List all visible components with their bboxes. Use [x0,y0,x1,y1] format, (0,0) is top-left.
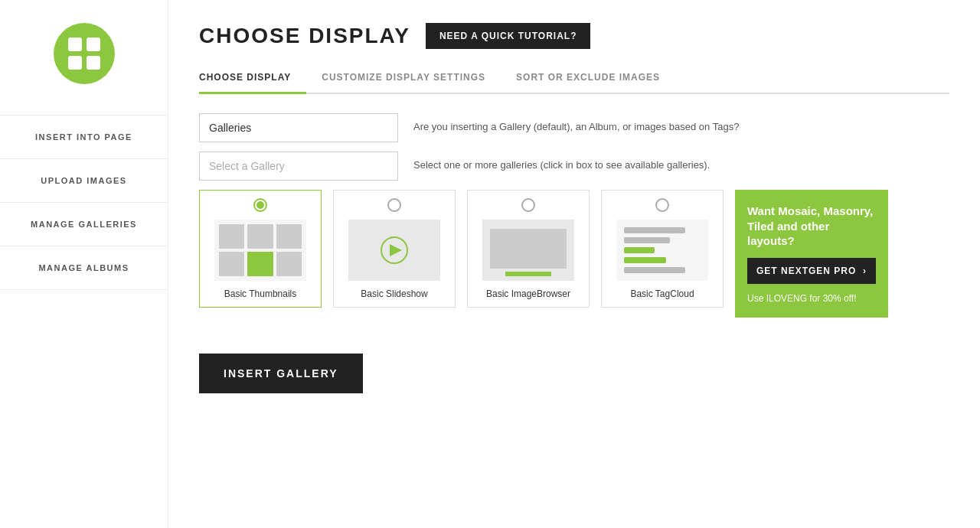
page-title: CHOOSE DISPLAY [199,24,410,48]
thumb-cell [247,224,273,249]
tabs: CHOOSE DISPLAY CUSTOMIZE DISPLAY SETTING… [199,64,949,94]
tag-line-accent2 [624,257,666,263]
option-basic-slideshow[interactable]: Basic Slideshow [333,190,456,308]
ib-main [490,229,567,269]
logo-cell [68,37,82,51]
logo-cell [68,56,82,70]
thumbnails-preview [214,220,306,281]
gallery-row: Select one or more galleries (click in b… [199,152,949,181]
type-row: Galleries Are you inserting a Gallery (d… [199,113,949,142]
thumb-cell [219,252,244,276]
radio-row-slideshow [341,198,447,212]
logo-cell [87,56,100,70]
ib-bar [505,272,551,276]
tagcloud-preview [616,220,708,281]
radio-thumbnails [253,198,267,212]
insert-gallery-button[interactable]: INSERT GALLERY [199,354,363,393]
tab-choose-display[interactable]: CHOOSE DISPLAY [199,64,306,94]
main-content: CHOOSE DISPLAY NEED A QUICK TUTORIAL? CH… [168,0,980,528]
radio-row-thumbnails [207,198,313,212]
tab-customize-display[interactable]: CUSTOMIZE DISPLAY SETTINGS [322,64,501,94]
sidebar-item-manage-galleries[interactable]: MANAGE GALLERIES [0,203,168,246]
promo-btn-label: GET NEXTGEN PRO [756,266,856,276]
radio-slideshow [387,198,401,212]
option-basic-thumbnails[interactable]: Basic Thumbnails [199,190,322,308]
radio-row-tagcloud [609,198,715,212]
logo-grid [68,37,100,70]
sidebar-item-manage-albums[interactable]: MANAGE ALBUMS [0,246,168,290]
sidebar-nav: INSERT INTO PAGE UPLOAD IMAGES MANAGE GA… [0,115,168,290]
tutorial-button[interactable]: NEED A QUICK TUTORIAL? [426,23,591,49]
option-label-tagcloud: Basic TagCloud [630,288,694,299]
play-icon [381,236,408,264]
radio-imagebrowser [521,198,535,212]
tag-line [624,267,685,273]
radio-dot-thumbnails [256,201,264,209]
promo-code: Use ILOVENG for 30% off! [747,293,876,304]
gallery-description: Select one or more galleries (click in b… [413,152,710,171]
slideshow-preview [348,220,440,281]
option-label-imagebrowser: Basic ImageBrowser [486,288,570,299]
get-nextgen-pro-button[interactable]: GET NEXTGEN PRO › [747,258,876,284]
thumb-cell [219,224,244,249]
tab-sort-exclude[interactable]: SORT OR EXCLUDE IMAGES [516,64,675,94]
promo-arrow-icon: › [863,266,867,276]
option-label-thumbnails: Basic Thumbnails [224,288,297,299]
header: CHOOSE DISPLAY NEED A QUICK TUTORIAL? [199,23,949,49]
tag-line [624,237,670,243]
thumb-cell-accent [247,252,273,276]
option-basic-tagcloud[interactable]: Basic TagCloud [601,190,724,308]
imagebrowser-preview [482,220,574,281]
play-triangle [390,244,402,256]
sidebar-item-insert-into-page[interactable]: INSERT INTO PAGE [0,115,168,159]
thumb-cell [276,224,302,249]
type-select[interactable]: Galleries [199,113,398,142]
sidebar: INSERT INTO PAGE UPLOAD IMAGES MANAGE GA… [0,0,168,528]
sidebar-item-upload-images[interactable]: UPLOAD IMAGES [0,159,168,203]
radio-row-imagebrowser [475,198,581,212]
radio-tagcloud [655,198,669,212]
gallery-options: Basic Thumbnails Basic Slideshow [199,190,724,308]
promo-title: Want Mosaic, Masonry, Tiled and other la… [747,204,876,249]
option-label-slideshow: Basic Slideshow [361,288,427,299]
logo-cell [87,37,100,51]
logo [54,23,115,84]
type-description: Are you inserting a Gallery (default), a… [413,113,739,132]
tag-line-accent [624,247,655,253]
tag-line [624,227,685,233]
option-basic-imagebrowser[interactable]: Basic ImageBrowser [467,190,590,308]
promo-box: Want Mosaic, Masonry, Tiled and other la… [735,190,888,318]
gallery-input[interactable] [199,152,398,181]
thumb-cell [276,252,302,276]
